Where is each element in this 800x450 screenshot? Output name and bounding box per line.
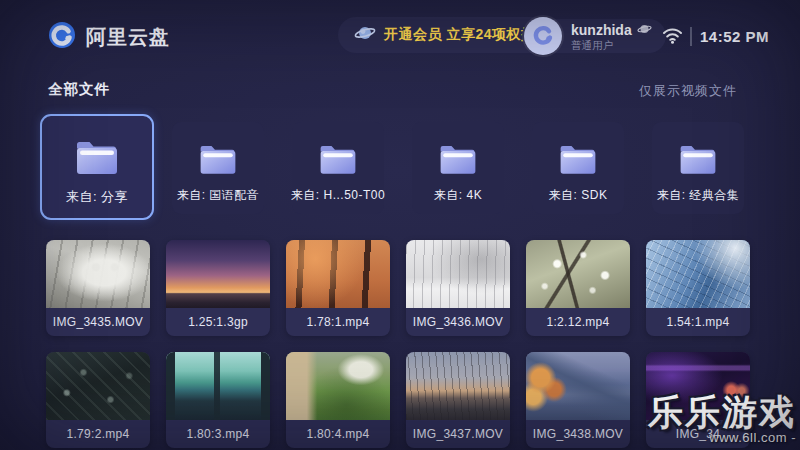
user-level: 普通用户: [571, 39, 652, 51]
folder-tile-shared[interactable]: 来自: 分享: [40, 114, 154, 220]
video-filename: IMG_3437.MOV: [406, 420, 510, 448]
folder-tile-classics[interactable]: 来自: 经典合集: [652, 122, 744, 214]
video-filename: IMG_3436.MOV: [406, 308, 510, 336]
video-card[interactable]: 1:2.12.mp4: [526, 240, 630, 336]
folder-icon: [198, 143, 238, 180]
folder-label: 来自: 分享: [66, 188, 128, 206]
user-account-button[interactable]: kunzhida 普通用户: [522, 19, 666, 53]
video-thumbnail: [286, 352, 390, 420]
promo-label: 开通会员 立享24项权益: [384, 26, 535, 44]
video-thumbnail: [46, 352, 150, 420]
page-title: 全部文件: [48, 80, 110, 99]
video-filename: 1:2.12.mp4: [526, 308, 630, 336]
video-card[interactable]: IMG_34: [646, 352, 750, 448]
video-thumbnail: [526, 352, 630, 420]
folder-icon: [558, 143, 598, 180]
video-card[interactable]: 1.80:3.mp4: [166, 352, 270, 448]
video-thumbnail: [646, 352, 750, 420]
video-filename: 1.78:1.mp4: [286, 308, 390, 336]
video-thumbnail: [286, 240, 390, 308]
folder-icon: [74, 138, 120, 180]
video-filename: IMG_3438.MOV: [526, 420, 630, 448]
folder-tile-4k[interactable]: 来自: 4K: [412, 122, 504, 214]
video-filename: 1.54:1.mp4: [646, 308, 750, 336]
video-thumbnail: [46, 240, 150, 308]
video-card[interactable]: 1.80:4.mp4: [286, 352, 390, 448]
video-filename: 1.80:3.mp4: [166, 420, 270, 448]
avatar: [524, 17, 562, 55]
video-card[interactable]: IMG_3436.MOV: [406, 240, 510, 336]
video-thumbnail: [526, 240, 630, 308]
video-card[interactable]: IMG_3437.MOV: [406, 352, 510, 448]
folder-icon: [318, 143, 358, 180]
aliyun-drive-logo-icon: [48, 21, 76, 53]
folder-label: 来自: 国语配音: [177, 187, 260, 204]
folder-label: 来自: 经典合集: [657, 187, 740, 204]
video-filename: IMG_34: [646, 420, 750, 448]
video-filename: 1.79:2.mp4: [46, 420, 150, 448]
folder-label: 来自: SDK: [549, 187, 608, 204]
video-card[interactable]: IMG_3438.MOV: [526, 352, 630, 448]
video-card[interactable]: 1.25:1.3gp: [166, 240, 270, 336]
status-divider: [690, 27, 692, 46]
video-filename: IMG_3435.MOV: [46, 308, 150, 336]
video-card[interactable]: 1.54:1.mp4: [646, 240, 750, 336]
app-screen: 阿里云盘 开通会员 立享24项权益 kunzhida: [0, 0, 800, 450]
video-thumbnail: [166, 352, 270, 420]
app-title: 阿里云盘: [86, 24, 170, 51]
filter-hint: 仅展示视频文件: [639, 82, 737, 100]
folder-label: 来自: H...50-T00: [291, 187, 385, 204]
video-card[interactable]: 1.78:1.mp4: [286, 240, 390, 336]
clock: 14:52 PM: [700, 28, 769, 45]
user-planet-badge-icon: [637, 21, 652, 39]
video-card[interactable]: 1.79:2.mp4: [46, 352, 150, 448]
folder-tile-sdk[interactable]: 来自: SDK: [532, 122, 624, 214]
folder-icon: [438, 143, 478, 180]
folder-tile-h50-t00[interactable]: 来自: H...50-T00: [292, 122, 384, 214]
video-thumbnail: [406, 240, 510, 308]
video-thumbnail: [646, 240, 750, 308]
wifi-icon: [662, 27, 683, 48]
folder-tile-mandarin-dub[interactable]: 来自: 国语配音: [172, 122, 264, 214]
video-filename: 1.25:1.3gp: [166, 308, 270, 336]
membership-promo-button[interactable]: 开通会员 立享24项权益: [338, 17, 551, 53]
folder-icon: [678, 143, 718, 180]
video-filename: 1.80:4.mp4: [286, 420, 390, 448]
video-card[interactable]: IMG_3435.MOV: [46, 240, 150, 336]
brand: 阿里云盘: [48, 21, 170, 53]
user-name: kunzhida: [571, 22, 632, 38]
folder-label: 来自: 4K: [434, 187, 482, 204]
video-thumbnail: [166, 240, 270, 308]
video-thumbnail: [406, 352, 510, 420]
planet-icon: [354, 24, 376, 46]
